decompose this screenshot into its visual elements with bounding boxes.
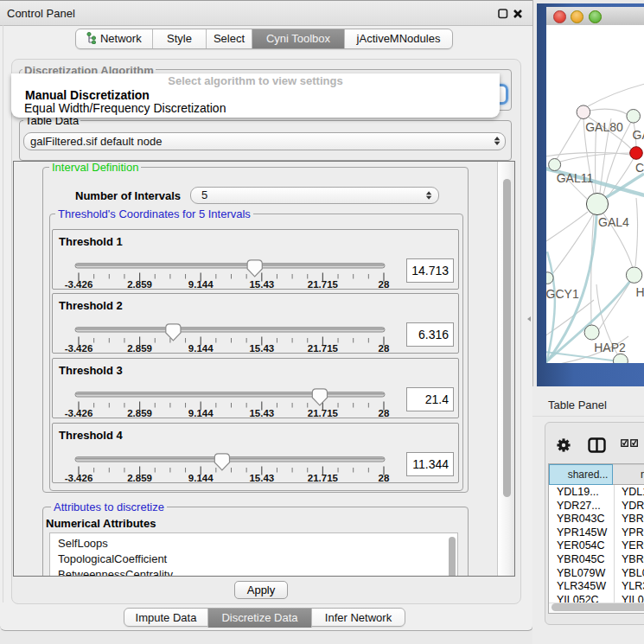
svg-text:15.43: 15.43	[249, 279, 274, 289]
svg-text:2.859: 2.859	[127, 279, 152, 289]
svg-text:21.715: 21.715	[308, 473, 339, 482]
svg-text:28: 28	[379, 343, 390, 353]
svg-text:GAL1: GAL1	[633, 128, 644, 142]
svg-text:21.715: 21.715	[308, 279, 339, 289]
svg-text:-3.426: -3.426	[65, 408, 93, 418]
svg-text:9.144: 9.144	[188, 279, 214, 289]
svg-text:28: 28	[379, 473, 390, 482]
svg-text:28: 28	[379, 279, 390, 289]
svg-text:21.715: 21.715	[308, 343, 339, 353]
svg-text:GCY1: GCY1	[546, 287, 579, 301]
svg-text:15.43: 15.43	[249, 343, 274, 353]
svg-text:28: 28	[379, 408, 390, 418]
svg-text:GAL11: GAL11	[557, 171, 594, 185]
svg-text:CD: CD	[635, 161, 644, 175]
svg-text:9.144: 9.144	[188, 473, 214, 482]
svg-text:GAL80: GAL80	[585, 120, 623, 134]
svg-text:15.43: 15.43	[249, 473, 274, 482]
svg-text:21.715: 21.715	[308, 408, 339, 418]
svg-text:HI: HI	[636, 285, 644, 299]
svg-text:9.144: 9.144	[188, 343, 214, 353]
svg-text:9.144: 9.144	[188, 408, 214, 418]
svg-text:GAL4: GAL4	[598, 215, 629, 229]
svg-text:HAP2: HAP2	[594, 341, 626, 354]
svg-text:2.859: 2.859	[127, 343, 152, 353]
svg-text:15.43: 15.43	[249, 408, 274, 418]
svg-text:2.859: 2.859	[127, 408, 152, 418]
svg-text:2.859: 2.859	[127, 473, 152, 482]
svg-text:-3.426: -3.426	[65, 343, 93, 353]
svg-text:-3.426: -3.426	[65, 279, 93, 289]
svg-text:-3.426: -3.426	[65, 473, 93, 482]
